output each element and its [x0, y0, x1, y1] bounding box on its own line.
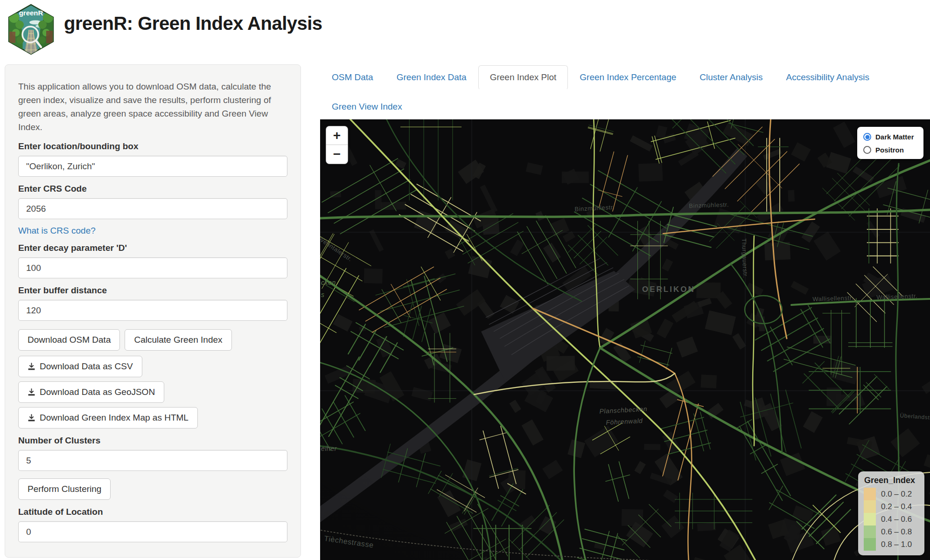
map-zoom-control: + −: [326, 126, 348, 164]
tab-green-index-data[interactable]: Green Index Data: [385, 65, 478, 90]
legend-range: 0.0 – 0.2: [881, 490, 912, 499]
crs-label: Enter CRS Code: [18, 184, 287, 194]
download-html-map-button[interactable]: Download Green Index Map as HTML: [18, 407, 198, 429]
sidebar-panel: This application allows you to download …: [5, 64, 301, 558]
download-osm-label: Download OSM Data: [28, 335, 111, 345]
map-canvas[interactable]: [320, 119, 930, 560]
download-icon: [28, 414, 35, 422]
download-geojson-label: Download Data as GeoJSON: [40, 387, 155, 397]
legend-entry: 0.2 – 0.4: [864, 500, 920, 513]
buffer-input[interactable]: [18, 300, 287, 321]
radio-icon: [863, 146, 871, 154]
major-roads: [320, 119, 930, 560]
basemap-option-dark-matter[interactable]: Dark Matter: [863, 133, 917, 141]
crs-help-link[interactable]: What is CRS code?: [18, 226, 96, 236]
tab-bar: OSM Data Green Index Data Green Index Pl…: [320, 65, 899, 119]
legend-title: Green_Index: [864, 476, 920, 485]
legend-swatch: [864, 525, 876, 538]
legend-entry: 0.6 – 0.8: [864, 525, 920, 538]
clusters-label: Number of Clusters: [18, 436, 287, 446]
logo-text: greenR: [19, 9, 43, 17]
tab-accessibility-analysis[interactable]: Accessibility Analysis: [774, 65, 881, 90]
legend-range: 0.6 – 0.8: [881, 527, 912, 537]
legend-swatch: [864, 500, 876, 513]
latitude-label: Latitude of Location: [18, 507, 287, 517]
legend-range: 0.2 – 0.4: [881, 502, 912, 512]
download-csv-button[interactable]: Download Data as CSV: [18, 356, 142, 377]
tab-cluster-analysis[interactable]: Cluster Analysis: [688, 65, 774, 90]
tab-green-view-index[interactable]: Green View Index: [320, 95, 414, 119]
green-index-map[interactable]: Binzmühlestr. Binzmühlestr. OERLIKON Wal…: [320, 119, 930, 560]
legend-range: 0.4 – 0.6: [881, 515, 912, 524]
legend-swatch: [864, 538, 876, 551]
app-logo: greenR: [6, 4, 56, 57]
decay-label: Enter decay parameter 'D': [18, 243, 287, 253]
calculate-label: Calculate Green Index: [134, 335, 222, 345]
download-icon: [28, 363, 35, 371]
basemap-label: Positron: [875, 146, 904, 154]
zoom-in-button[interactable]: +: [326, 126, 348, 145]
clusters-input[interactable]: [18, 450, 287, 471]
basemap-label: Dark Matter: [875, 133, 914, 141]
download-icon: [28, 388, 35, 396]
legend-swatch: [864, 488, 876, 500]
legend-entry: 0.8 – 1.0: [864, 538, 920, 551]
green-index-legend: Green_Index 0.0 – 0.2 0.2 – 0.4 0.4 – 0.…: [858, 471, 924, 555]
app-description: This application allows you to download …: [18, 80, 287, 134]
buffer-label: Enter buffer distance: [18, 285, 287, 296]
page-title: greenR: Green Index Analysis: [64, 13, 322, 34]
crs-input[interactable]: [18, 198, 287, 219]
download-csv-label: Download Data as CSV: [40, 361, 133, 372]
tab-green-index-plot[interactable]: Green Index Plot: [478, 65, 568, 90]
decay-input[interactable]: [18, 257, 287, 278]
basemap-option-positron[interactable]: Positron: [863, 146, 917, 154]
tab-green-index-percentage[interactable]: Green Index Percentage: [568, 65, 688, 90]
legend-entry: 0.0 – 0.2: [864, 488, 920, 500]
app-header: greenR greenR: Green Index Analysis: [0, 0, 930, 61]
radio-icon: [863, 133, 871, 141]
legend-swatch: [864, 513, 876, 525]
perform-clustering-button[interactable]: Perform Clustering: [18, 478, 111, 500]
location-label: Enter location/bounding box: [18, 141, 287, 152]
basemap-selector: Dark Matter Positron: [857, 127, 923, 159]
download-html-map-label: Download Green Index Map as HTML: [40, 413, 189, 423]
legend-range: 0.8 – 1.0: [881, 540, 912, 549]
tab-osm-data[interactable]: OSM Data: [320, 65, 385, 90]
zoom-out-button[interactable]: −: [326, 145, 348, 164]
perform-clustering-label: Perform Clustering: [28, 484, 101, 494]
download-osm-button[interactable]: Download OSM Data: [18, 329, 120, 351]
legend-entry: 0.4 – 0.6: [864, 513, 920, 525]
latitude-input[interactable]: [18, 521, 287, 542]
calculate-green-index-button[interactable]: Calculate Green Index: [125, 329, 231, 351]
location-input[interactable]: [18, 156, 287, 177]
download-geojson-button[interactable]: Download Data as GeoJSON: [18, 381, 164, 403]
